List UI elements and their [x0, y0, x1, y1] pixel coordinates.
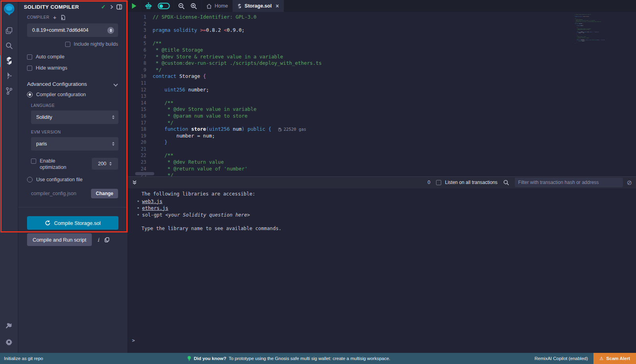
- search-icon[interactable]: [0, 42, 18, 50]
- code-line: * @dev Return value: [153, 159, 636, 166]
- gutter: 1234567891011121314151617181920212223242…: [128, 14, 153, 176]
- code-line: * @custom:dev-run-script ./scripts/deplo…: [153, 60, 636, 67]
- pin-panel-icon[interactable]: [116, 4, 122, 10]
- transaction-count: 0: [428, 180, 430, 185]
- line-number: 8: [128, 60, 153, 67]
- ai-robot-icon[interactable]: [145, 2, 152, 10]
- change-config-button[interactable]: Change: [91, 189, 118, 198]
- language-select[interactable]: Solidity: [31, 110, 118, 124]
- terminal-search-icon[interactable]: [503, 180, 509, 186]
- code-line: [153, 34, 636, 41]
- scam-alert-label: Scam Alert: [606, 356, 630, 361]
- block-icon[interactable]: ⊘: [627, 179, 632, 186]
- code-line: function store(uint256 num) public {2252…: [153, 126, 636, 133]
- code-line: * @title Storage: [153, 47, 636, 54]
- zoom-out-icon[interactable]: [178, 3, 185, 10]
- bullet: •: [137, 212, 140, 219]
- info-icon[interactable]: i: [97, 237, 99, 243]
- terminal-collapse-icon[interactable]: [132, 180, 137, 185]
- did-you-know-tip: Did you know? To prototype using the Gno…: [43, 356, 534, 361]
- gas-estimate: 22520 gas: [594, 31, 599, 33]
- settings-gear-icon[interactable]: [0, 338, 18, 346]
- horizontal-scrollbar-thumb[interactable]: [135, 172, 154, 175]
- terminal-prompt[interactable]: >: [132, 337, 135, 344]
- code-line: * @dev Store value in variable: [153, 106, 636, 113]
- config-file-name: compiler_config.json: [31, 191, 91, 196]
- evm-version-select[interactable]: paris: [31, 137, 118, 151]
- deploy-run-icon[interactable]: [0, 72, 18, 80]
- main-area: Home Storage.sol × 123456789101112131415…: [128, 0, 636, 353]
- terminal-output[interactable]: The following libraries are accessible: …: [128, 188, 636, 353]
- chevron-down-icon: [113, 82, 118, 86]
- line-number: 16: [128, 113, 153, 120]
- file-explorer-icon[interactable]: [0, 27, 18, 35]
- code-line: /**: [153, 40, 636, 47]
- remix-ide-window: SOLIDITY COMPILER ✓ COMPILER + 0.8.19+co…: [0, 0, 636, 364]
- optimization-runs-input[interactable]: 200: [92, 158, 118, 170]
- git-icon[interactable]: [0, 87, 18, 95]
- transaction-filter-input[interactable]: [515, 178, 623, 187]
- language-value: Solidity: [36, 114, 112, 120]
- code-line: */: [153, 120, 636, 126]
- compile-button-label: Compile Storage.sol: [54, 220, 101, 226]
- add-compiler-icon[interactable]: +: [53, 14, 56, 21]
- remix-logo-icon[interactable]: [2, 3, 16, 16]
- line-number: 11: [128, 80, 153, 87]
- activity-bar: [0, 0, 18, 353]
- code-editor[interactable]: 1234567891011121314151617181920212223242…: [128, 12, 636, 176]
- gas-estimate: 22520 gas: [278, 126, 306, 133]
- panel-forward-chevron-icon[interactable]: [110, 6, 112, 8]
- web3-link[interactable]: web3.js: [142, 198, 162, 205]
- tab-storage-label: Storage.sol: [244, 3, 271, 9]
- compile-and-run-button[interactable]: Compile and Run script: [27, 233, 92, 246]
- use-configuration-file-radio[interactable]: [27, 177, 33, 182]
- tab-bar: Home Storage.sol ×: [128, 0, 636, 12]
- solidity-compiler-icon[interactable]: [0, 57, 18, 65]
- copy-icon[interactable]: [105, 237, 109, 242]
- open-file-icon[interactable]: [60, 15, 66, 20]
- panel-title: SOLIDITY COMPILER: [24, 4, 97, 10]
- line-number: 10: [128, 73, 153, 80]
- line-number: 21: [128, 146, 153, 153]
- git-init-button[interactable]: Initialize as git repo: [0, 356, 43, 361]
- close-tab-icon[interactable]: ×: [275, 3, 279, 9]
- minimap[interactable]: // SPDX-License-Identifier: GPL-3.0pragm…: [575, 14, 611, 66]
- terminal-help: Type the library name to see available c…: [137, 225, 636, 232]
- code-line: * @return value of 'number': [153, 166, 636, 172]
- compile-success-check-icon: ✓: [101, 4, 106, 10]
- tip-text: To prototype using the Gnosis safe multi…: [229, 356, 390, 361]
- bullet: •: [137, 205, 140, 212]
- enable-optimization-checkbox[interactable]: [31, 159, 36, 164]
- compiler-configuration-label: Compiler configuration: [36, 92, 86, 97]
- include-nightly-checkbox[interactable]: [65, 42, 70, 47]
- code-line: * @param num value to store: [153, 113, 636, 120]
- compiler-configuration-radio[interactable]: [27, 92, 33, 97]
- hide-warnings-label: Hide warnings: [36, 65, 67, 71]
- code-line: [153, 21, 636, 27]
- hide-warnings-checkbox[interactable]: [27, 66, 32, 71]
- line-number: 18: [128, 126, 153, 133]
- compiler-version-select[interactable]: 0.8.19+commit.7dd6d404: [27, 23, 118, 37]
- compile-button[interactable]: Compile Storage.sol: [27, 216, 118, 230]
- copilot-toggle[interactable]: [158, 3, 170, 9]
- line-number: 20: [128, 139, 153, 146]
- auto-compile-checkbox[interactable]: [27, 54, 32, 60]
- run-script-play-icon[interactable]: [132, 3, 136, 9]
- code-line: * @dev Store & retrieve value in a varia…: [153, 54, 636, 60]
- tab-home[interactable]: Home: [202, 0, 233, 12]
- select-updown-icon: [112, 115, 114, 119]
- plugin-manager-icon[interactable]: [0, 323, 18, 330]
- code-line: /**: [153, 100, 636, 106]
- listen-transactions-checkbox[interactable]: [436, 180, 441, 185]
- advanced-configurations-toggle[interactable]: Advanced Configurations: [27, 81, 118, 87]
- scam-alert-button[interactable]: ⚠ Scam Alert: [593, 353, 636, 364]
- code-line: number = num;: [153, 133, 636, 139]
- tab-storage-sol[interactable]: Storage.sol ×: [233, 0, 283, 12]
- zoom-in-icon[interactable]: [190, 3, 197, 10]
- advanced-configurations-title: Advanced Configurations: [27, 81, 114, 87]
- ethers-link[interactable]: ethers.js: [142, 205, 168, 212]
- gas-estimate: 2415 gas: [601, 39, 605, 41]
- copilot-status[interactable]: RemixAI Copilot (enabled): [535, 356, 588, 361]
- line-number: 7: [128, 54, 153, 60]
- auto-compile-label: Auto compile: [36, 54, 64, 60]
